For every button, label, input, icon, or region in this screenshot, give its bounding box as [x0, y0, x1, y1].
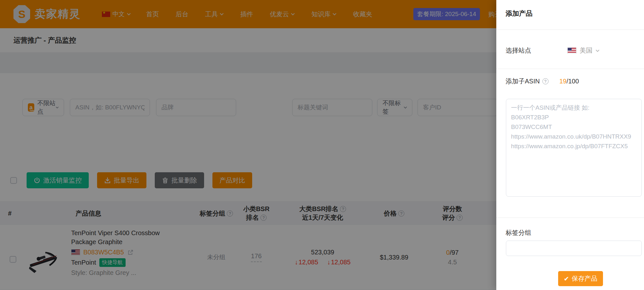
check-icon: ✔ [564, 275, 569, 283]
chevron-down-icon [596, 49, 599, 52]
tag-group-input[interactable] [506, 241, 642, 256]
save-product-button[interactable]: ✔ 保存产品 [558, 271, 603, 286]
site-select-label: 选择站点 [506, 46, 531, 55]
add-product-drawer: 添加产品 选择站点 美国 添加子ASIN ? 19/100 标签分组 ✔ 保存产… [496, 0, 644, 290]
add-asin-row: 添加子ASIN ? 19/100 [506, 77, 579, 86]
tag-group-label: 标签分组 [506, 228, 531, 237]
asin-counter: 19/100 [559, 78, 579, 85]
us-flag-icon [567, 47, 576, 54]
help-icon[interactable]: ? [542, 78, 549, 84]
add-asin-label: 添加子ASIN [506, 77, 540, 86]
modal-overlay[interactable] [0, 0, 496, 290]
asin-textarea[interactable] [506, 99, 642, 197]
site-select-row: 选择站点 美国 [506, 46, 637, 55]
site-select-value: 美国 [580, 46, 592, 55]
drawer-title: 添加产品 [506, 9, 533, 18]
site-select[interactable]: 美国 [567, 46, 599, 55]
